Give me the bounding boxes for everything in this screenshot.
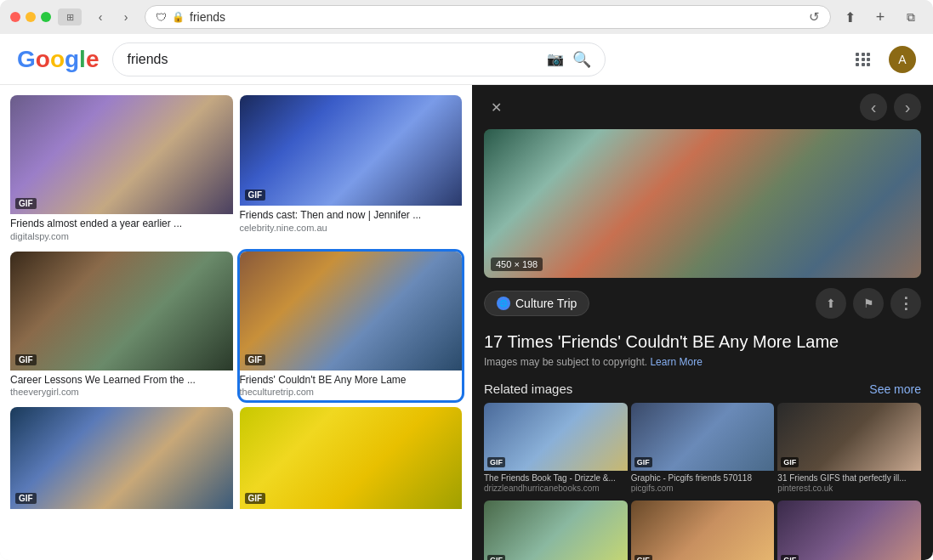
search-icon[interactable]: 🔍 — [572, 50, 591, 69]
image-card-4[interactable]: GIF Friends' Couldn't BE Any More Lame t… — [240, 252, 463, 401]
apps-button[interactable] — [848, 44, 879, 75]
bookmark-button[interactable]: ⚑ — [853, 288, 884, 319]
related-card-1[interactable]: GIF The Friends Book Tag - Drizzle &... … — [484, 403, 628, 495]
related-info-1: The Friends Book Tag - Drizzle &... driz… — [484, 471, 628, 495]
source-name: Culture Trip — [515, 297, 577, 310]
next-image-button[interactable] — [894, 93, 921, 121]
image-card-5[interactable]: GIF — [10, 407, 233, 516]
source-pill[interactable]: 🌐 Culture Trip — [484, 291, 589, 316]
reload-button[interactable]: ↺ — [809, 9, 820, 25]
gif-badge-4: GIF — [245, 354, 266, 365]
page-content: G o o g l e 📷 🔍 — [0, 34, 933, 560]
logo-letter-o2: o — [50, 46, 65, 73]
search-input[interactable] — [127, 52, 540, 67]
panel-title-area: 17 Times 'Friends' Couldn't BE Any More … — [472, 324, 933, 375]
image-grid: GIF Friends almost ended a year earlier … — [0, 85, 472, 560]
close-window-button[interactable] — [10, 12, 20, 22]
image-info-5 — [10, 509, 233, 516]
new-tab-button[interactable]: + — [868, 5, 892, 29]
source-row: 🌐 Culture Trip ⬆ ⚑ ⋮ — [484, 288, 921, 319]
related-card-2[interactable]: GIF Graphic - Picgifs friends 570118 pic… — [631, 403, 775, 495]
related-card-source-2: picgifs.com — [631, 484, 775, 493]
source-globe-icon: 🌐 — [497, 297, 510, 310]
google-header: G o o g l e 📷 🔍 — [0, 34, 933, 85]
avatar[interactable]: A — [889, 46, 916, 73]
related-gif-badge-5: GIF — [634, 555, 652, 560]
close-panel-button[interactable]: ✕ — [484, 95, 508, 119]
main-image-display: 450 × 198 — [484, 129, 921, 278]
google-search-bar[interactable]: 📷 🔍 — [112, 42, 606, 76]
image-placeholder-1 — [10, 95, 233, 214]
image-info-6 — [240, 509, 463, 516]
related-images-grid-2: GIF When Ross revealed that Rachel... pi… — [484, 501, 921, 560]
camera-icon[interactable]: 📷 — [547, 51, 564, 67]
image-card-2[interactable]: GIF Friends cast: Then and now | Jennife… — [240, 95, 463, 245]
related-card-source-1: drizzleandhurricanebooks.com — [484, 484, 628, 493]
related-card-title-3: 31 Friends GIFS that perfectly ill... — [777, 473, 921, 484]
google-logo: G o o g l e — [17, 46, 99, 73]
logo-letter-g2: g — [65, 46, 79, 73]
image-source-1: digitalspy.com — [10, 231, 233, 241]
see-more-button[interactable]: See more — [869, 382, 921, 396]
copyright-note: Images may be subject to copyright. Lear… — [484, 356, 921, 368]
image-info-2: Friends cast: Then and now | Jennifer ..… — [240, 206, 463, 236]
related-image-5: GIF — [631, 501, 775, 560]
related-card-3[interactable]: GIF 31 Friends GIFS that perfectly ill..… — [777, 403, 921, 495]
main-area: GIF Friends almost ended a year earlier … — [0, 85, 933, 560]
gif-badge-3: GIF — [15, 354, 37, 365]
image-dimensions: 450 × 198 — [491, 257, 543, 271]
image-source-2: celebrity.nine.com.au — [240, 223, 463, 233]
search-icons: 📷 🔍 — [547, 50, 591, 69]
title-bar: ⊞ ‹ › 🛡 🔒 friends ↺ ⬆ + ⧉ — [0, 0, 933, 34]
forward-button[interactable]: › — [114, 5, 138, 29]
related-image-4: GIF — [484, 501, 628, 560]
related-card-4[interactable]: GIF When Ross revealed that Rachel... pi… — [484, 501, 628, 560]
related-header: Related images See more — [484, 382, 921, 396]
panel-actions: ⬆ ⚑ ⋮ — [816, 288, 921, 319]
minimize-window-button[interactable] — [26, 12, 36, 22]
logo-letter-e: e — [86, 46, 100, 73]
related-card-5[interactable]: GIF — [631, 501, 775, 560]
related-images-grid-1: GIF The Friends Book Tag - Drizzle &... … — [484, 403, 921, 495]
related-gif-badge-6: GIF — [781, 555, 799, 560]
sidebar-toggle-button[interactable]: ⊞ — [58, 8, 82, 25]
more-options-button[interactable]: ⋮ — [890, 288, 921, 319]
prev-image-button[interactable] — [860, 93, 887, 121]
logo-letter-o1: o — [36, 46, 50, 73]
image-card-6[interactable]: GIF — [240, 407, 463, 516]
image-thumb-2: GIF — [240, 95, 463, 206]
image-source-4: theculturetrip.com — [240, 387, 463, 397]
image-title-4: Friends' Couldn't BE Any More Lame — [240, 374, 463, 387]
logo-letter-l: l — [79, 46, 86, 73]
related-card-6[interactable]: GIF Happy Thanksgiving Everyone! — [777, 501, 921, 560]
share-button[interactable]: ⬆ — [816, 288, 846, 319]
image-placeholder-4 — [240, 252, 463, 371]
address-bar[interactable]: 🛡 🔒 friends ↺ — [145, 5, 831, 29]
lock-icon: 🔒 — [172, 11, 185, 23]
gif-badge-5: GIF — [15, 493, 37, 504]
image-title-2: Friends cast: Then and now | Jennifer ..… — [240, 209, 463, 223]
back-button[interactable]: ‹ — [88, 5, 112, 29]
image-placeholder-5 — [10, 407, 233, 509]
image-card-3[interactable]: GIF Career Lessons We Learned From the .… — [10, 252, 233, 401]
image-card-1[interactable]: GIF Friends almost ended a year earlier … — [10, 95, 233, 245]
related-gif-badge-3: GIF — [781, 457, 799, 467]
gif-badge-1: GIF — [15, 198, 37, 209]
image-title-3: Career Lessons We Learned From the ... — [10, 374, 233, 387]
image-info-3: Career Lessons We Learned From the ... t… — [10, 371, 233, 401]
browser-actions: ⬆ + ⧉ — [838, 5, 923, 29]
tab-overview-button[interactable]: ⧉ — [899, 5, 923, 29]
traffic-lights — [10, 12, 51, 22]
image-info-4: Friends' Couldn't BE Any More Lame thecu… — [240, 371, 463, 401]
share-browser-button[interactable]: ⬆ — [838, 5, 862, 29]
maximize-window-button[interactable] — [41, 12, 51, 22]
gif-badge-2: GIF — [245, 189, 266, 201]
related-card-title-1: The Friends Book Tag - Drizzle &... — [484, 473, 628, 484]
related-info-3: 31 Friends GIFS that perfectly ill... pi… — [777, 471, 921, 495]
nav-buttons: ‹ › — [88, 5, 138, 29]
related-info-2: Graphic - Picgifs friends 570118 picgifs… — [631, 471, 775, 495]
related-gif-badge-4: GIF — [487, 555, 505, 560]
learn-more-link[interactable]: Learn More — [650, 356, 702, 368]
related-image-2: GIF — [631, 403, 775, 471]
image-info-1: Friends almost ended a year earlier ... … — [10, 214, 233, 245]
